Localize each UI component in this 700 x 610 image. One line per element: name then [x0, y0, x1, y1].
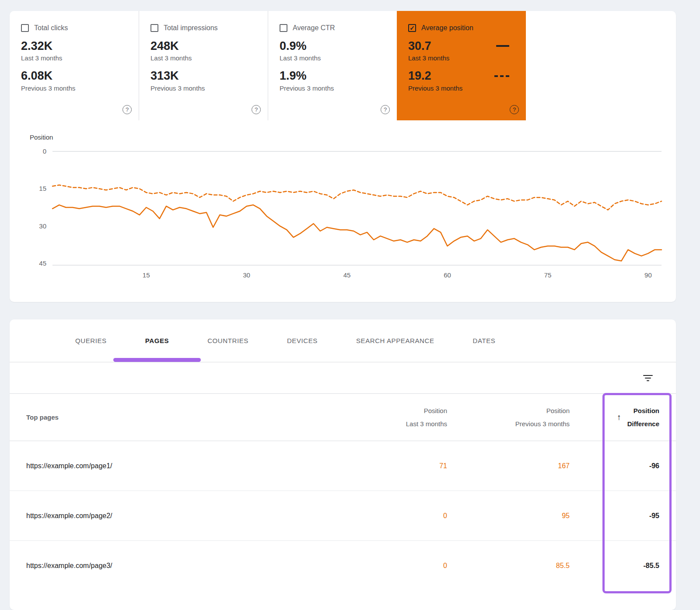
tab-countries[interactable]: COUNTRIES — [188, 319, 268, 362]
metric-current-value: 248K — [150, 39, 259, 53]
metric-current-value: 30.7 — [408, 39, 431, 53]
table-header-row: Top pages Position Last 3 months Positio… — [10, 394, 676, 441]
column-header-line: Last 3 months — [338, 417, 447, 431]
svg-text:30: 30 — [243, 271, 250, 279]
checkbox-unchecked-icon[interactable] — [21, 24, 29, 32]
column-header-line: Position — [627, 404, 659, 417]
metric-label: Average CTR — [293, 24, 335, 32]
metric-label: Total impressions — [164, 24, 218, 32]
metric-previous-value: 19.2 — [408, 69, 431, 83]
metric-label: Total clicks — [34, 24, 68, 32]
position-difference-value: -95 — [570, 512, 659, 520]
position-previous-3-months-value: 95 — [447, 512, 570, 520]
dimension-tabs: QUERIES PAGES COUNTRIES DEVICES SEARCH A… — [10, 319, 676, 362]
table-toolbar — [10, 362, 676, 394]
tab-queries[interactable]: QUERIES — [56, 319, 126, 362]
tab-label: QUERIES — [75, 337, 107, 344]
position-difference-value: -96 — [570, 462, 659, 470]
position-last-3-months-value: 71 — [338, 462, 447, 470]
metric-card-average-ctr[interactable]: Average CTR 0.9% Last 3 months 1.9% Prev… — [268, 11, 397, 120]
tab-dates[interactable]: DATES — [454, 319, 515, 362]
metric-card-total-impressions[interactable]: Total impressions 248K Last 3 months 313… — [139, 11, 268, 120]
page-url[interactable]: https://example.com/page1/ — [26, 462, 338, 470]
metric-current-value: 0.9% — [280, 39, 388, 53]
metric-previous-value: 313K — [150, 69, 259, 83]
svg-text:75: 75 — [544, 271, 552, 279]
metric-card-total-clicks[interactable]: Total clicks 2.32K Last 3 months 6.08K P… — [10, 11, 139, 120]
chart-y-axis-title: Position — [30, 133, 670, 141]
help-icon[interactable]: ? — [381, 105, 390, 114]
help-icon[interactable]: ? — [122, 105, 132, 114]
sort-ascending-icon: ↑ — [617, 409, 621, 426]
page-url[interactable]: https://example.com/page2/ — [26, 512, 338, 520]
page-url[interactable]: https://example.com/page3/ — [26, 562, 338, 570]
column-header-line: Position — [338, 404, 447, 417]
metric-current-period: Last 3 months — [150, 54, 259, 62]
metric-card-average-position[interactable]: ✓ Average position 30.7 Last 3 months 19… — [397, 11, 526, 120]
metric-previous-period: Previous 3 months — [408, 84, 517, 92]
position-last-3-months-value: 0 — [338, 512, 447, 520]
metric-card-header: Total clicks — [21, 24, 130, 32]
tab-label: COUNTRIES — [207, 337, 248, 344]
svg-text:30: 30 — [39, 222, 46, 230]
checkbox-checked-icon[interactable]: ✓ — [408, 24, 416, 32]
metric-card-header: Total impressions — [150, 24, 259, 32]
table-row[interactable]: https://example.com/page2/ 0 95 -95 — [10, 491, 676, 541]
position-previous-3-months-value: 85.5 — [447, 562, 570, 570]
svg-text:15: 15 — [39, 185, 46, 192]
tab-label: PAGES — [145, 337, 169, 344]
metric-previous-period: Previous 3 months — [21, 84, 130, 92]
tab-label: DATES — [473, 337, 496, 344]
performance-card: Total clicks 2.32K Last 3 months 6.08K P… — [10, 11, 676, 302]
column-header-position-last-3-months[interactable]: Position Last 3 months — [338, 404, 447, 431]
tab-search-appearance[interactable]: SEARCH APPEARANCE — [337, 319, 454, 362]
svg-text:0: 0 — [43, 147, 46, 155]
table-row[interactable]: https://example.com/page1/ 71 167 -96 — [10, 441, 676, 491]
tab-devices[interactable]: DEVICES — [268, 319, 337, 362]
column-header-position-difference[interactable]: ↑ Position Difference — [570, 404, 659, 431]
column-header-position-previous-3-months[interactable]: Position Previous 3 months — [447, 404, 570, 431]
metric-card-header: ✓ Average position — [408, 24, 517, 32]
dashed-line-legend-icon — [494, 75, 509, 77]
metric-value-row: 30.7 — [408, 39, 517, 53]
metric-card-header: Average CTR — [280, 24, 388, 32]
metric-previous-value: 1.9% — [280, 69, 388, 83]
column-header-top-pages[interactable]: Top pages — [26, 411, 338, 424]
column-header-lines: Position Difference — [627, 404, 659, 431]
metric-previous-period: Previous 3 months — [280, 84, 388, 92]
metric-current-value: 2.32K — [21, 39, 130, 53]
position-line-chart: 0153045153045607590 — [30, 144, 670, 284]
solid-line-legend-icon — [496, 45, 509, 47]
column-header-line: Difference — [627, 417, 659, 431]
tab-label: DEVICES — [287, 337, 318, 344]
position-chart-section: Position 0153045153045607590 — [10, 120, 676, 284]
checkbox-unchecked-icon[interactable] — [150, 24, 158, 32]
metric-label: Average position — [421, 24, 473, 32]
metric-current-period: Last 3 months — [408, 54, 517, 62]
tab-label: SEARCH APPEARANCE — [356, 337, 434, 344]
checkbox-unchecked-icon[interactable] — [280, 24, 287, 32]
svg-text:45: 45 — [39, 259, 46, 267]
svg-text:45: 45 — [343, 271, 351, 279]
metric-previous-value: 6.08K — [21, 69, 130, 83]
help-icon[interactable]: ? — [252, 105, 261, 114]
svg-text:60: 60 — [444, 271, 451, 279]
svg-text:90: 90 — [644, 271, 652, 279]
metric-value-row: 19.2 — [408, 69, 517, 83]
metric-cards-row: Total clicks 2.32K Last 3 months 6.08K P… — [10, 11, 676, 120]
tab-pages[interactable]: PAGES — [126, 319, 188, 362]
dimension-table-card: QUERIES PAGES COUNTRIES DEVICES SEARCH A… — [10, 319, 676, 610]
metric-current-period: Last 3 months — [21, 54, 130, 62]
help-icon[interactable]: ? — [510, 105, 519, 114]
active-tab-indicator — [113, 358, 201, 362]
position-previous-3-months-value: 167 — [447, 462, 570, 470]
metric-current-period: Last 3 months — [280, 54, 388, 62]
svg-text:15: 15 — [143, 271, 150, 279]
position-difference-value: -85.5 — [570, 562, 659, 570]
metric-previous-period: Previous 3 months — [150, 84, 259, 92]
column-header-line: Previous 3 months — [447, 417, 570, 431]
filter-icon[interactable] — [643, 374, 653, 382]
position-last-3-months-value: 0 — [338, 562, 447, 570]
table-row[interactable]: https://example.com/page3/ 0 85.5 -85.5 — [10, 541, 676, 591]
top-pages-table: Top pages Position Last 3 months Positio… — [10, 394, 676, 591]
